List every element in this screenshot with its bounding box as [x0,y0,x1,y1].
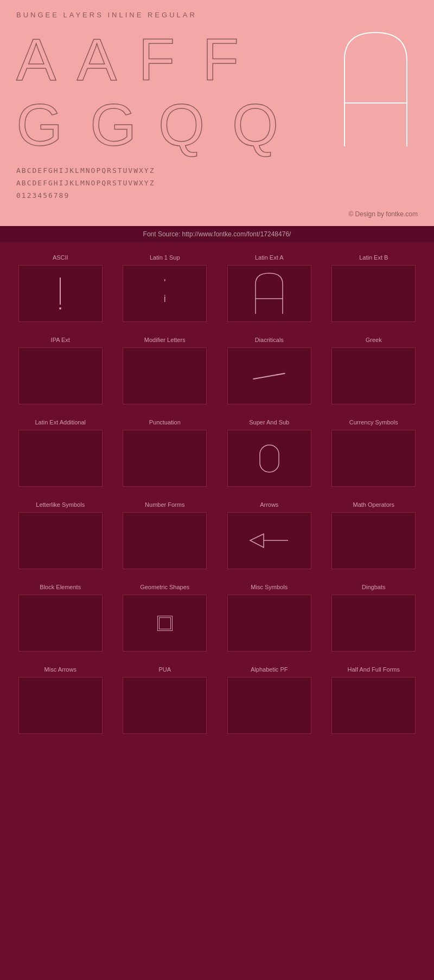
super-sub-svg [257,442,282,475]
label-currency-symbols: Currency Symbols [349,419,398,425]
cell-number-forms: Number Forms [113,495,218,577]
cell-currency-symbols: Currency Symbols [322,412,426,495]
box-dingbats [331,595,416,652]
label-half-full-forms: Half And Full Forms [347,666,400,673]
cell-punctuation: Punctuation [113,412,218,495]
font-source-bar: Font Source: http://www.fontke.com/font/… [0,226,434,242]
box-alphabetic-pf [227,677,311,734]
label-punctuation: Punctuation [149,419,181,425]
box-greek [331,347,416,404]
box-block-elements [18,595,103,652]
cell-misc-arrows: Misc Arrows [8,660,113,742]
alphabet-uppercase-1: ABCDEFGHIJKLMNOPQRSTUVWXYZ [16,165,418,177]
box-pua [123,677,207,734]
label-latin-ext-b: Latin Ext B [359,254,388,261]
box-latin-ext-b [331,265,416,322]
font-source-text: Font Source: http://www.fontke.com/font/… [143,230,291,238]
big-char-a1: A A [16,30,122,89]
box-geometric-shapes [123,595,207,652]
box-punctuation [123,430,207,487]
geo-inner-square [159,617,171,629]
latin1sup-content: ' i [164,266,166,321]
svg-rect-2 [260,445,279,472]
cell-arrows: Arrows [217,495,322,577]
design-credit: © Design by fontke.com [16,208,418,221]
label-geometric-shapes: Geometric Shapes [140,584,189,590]
cell-alphabetic-pf: Alphabetic PF [217,660,322,742]
cell-block-elements: Block Elements [8,577,113,660]
hero-section: BUNGEE LAYERS INLINE REGULAR A A F F G G… [0,0,434,226]
cell-ipa-ext: IPA Ext [8,330,113,412]
label-latin-ext-additional: Latin Ext Additional [35,419,86,425]
label-misc-arrows: Misc Arrows [44,666,76,673]
grid-row-5: Block Elements Geometric Shapes Misc Sym… [8,577,426,660]
large-chars-display: A A F F G G Q Q [16,30,418,154]
box-math-operators [331,512,416,569]
label-greek: Greek [366,337,382,343]
box-misc-symbols [227,595,311,652]
label-pua: PUA [158,666,171,673]
cell-latin-ext-a: Latin Ext A [217,248,322,330]
cell-super-sub: Super And Sub [217,412,322,495]
label-diacriticals: Diacriticals [255,337,284,343]
box-half-full-forms [331,677,416,734]
grid-row-2: IPA Ext Modifier Letters Diacriticals Gr… [8,330,426,412]
label-math-operators: Math Operators [353,501,394,508]
big-char-gg: G G [16,95,142,154]
alphabet-section: ABCDEFGHIJKLMNOPQRSTUVWXYZ ABCDEFGHIJKLM… [16,165,418,208]
alphabet-digits: 0123456789 [16,190,418,202]
label-dingbats: Dingbats [362,584,385,590]
alphabet-uppercase-2: ABCDEFGHIJKLMNOPQRSTUVWXYZ [16,178,418,189]
cell-geometric-shapes: Geometric Shapes [113,577,218,660]
big-char-ff: F F [138,30,244,89]
label-block-elements: Block Elements [40,584,81,590]
grid-row-6: Misc Arrows PUA Alphabetic PF Half And F… [8,660,426,742]
cell-pua: PUA [113,660,218,742]
box-latin1sup: ' i [123,265,207,322]
grid-row-3: Latin Ext Additional Punctuation Super A… [8,412,426,495]
geo-container [157,616,173,631]
ascii-dot [59,307,61,310]
label-latin-ext-a: Latin Ext A [255,254,284,261]
arrow-svg [247,531,291,550]
cell-math-operators: Math Operators [322,495,426,577]
arrow-shape [247,531,291,550]
label-letterlike-symbols: Letterlike Symbols [36,501,85,508]
svg-marker-3 [250,534,264,547]
label-modifier-letters: Modifier Letters [144,337,186,343]
cell-greek: Greek [322,330,426,412]
cell-ascii: ASCII [8,248,113,330]
cell-misc-symbols: Misc Symbols [217,577,322,660]
label-latin1sup: Latin 1 Sup [150,254,180,261]
apostrophe-char: ' [164,278,165,289]
label-super-sub: Super And Sub [249,419,289,425]
cell-half-full-forms: Half And Full Forms [322,660,426,742]
box-number-forms [123,512,207,569]
cell-dingbats: Dingbats [322,577,426,660]
grid-section: ASCII Latin 1 Sup ' i Latin Ext A [0,242,434,747]
box-latin-ext-a [227,265,311,322]
box-ascii [18,265,103,322]
label-alphabetic-pf: Alphabetic PF [251,666,288,673]
box-currency-symbols [331,430,416,487]
large-a-svg [334,27,418,152]
big-char-qq: Q Q [158,95,284,154]
box-super-sub [227,430,311,487]
grid-row-4: Letterlike Symbols Number Forms Arrows M… [8,495,426,577]
small-i-char: i [164,293,166,305]
label-ascii: ASCII [53,254,68,261]
latin-ext-a-svg [250,270,288,317]
box-modifier-letters [123,347,207,404]
label-number-forms: Number Forms [145,501,184,508]
box-arrows [227,512,311,569]
ascii-bar [60,278,61,305]
font-title: BUNGEE LAYERS INLINE REGULAR [16,11,418,19]
cell-diacriticals: Diacriticals [217,330,322,412]
box-latin-ext-additional [18,430,103,487]
label-arrows: Arrows [260,501,278,508]
cell-modifier-letters: Modifier Letters [113,330,218,412]
cell-latin-ext-b: Latin Ext B [322,248,426,330]
box-letterlike-symbols [18,512,103,569]
grid-row-1: ASCII Latin 1 Sup ' i Latin Ext A [8,248,426,330]
cell-latin1sup: Latin 1 Sup ' i [113,248,218,330]
